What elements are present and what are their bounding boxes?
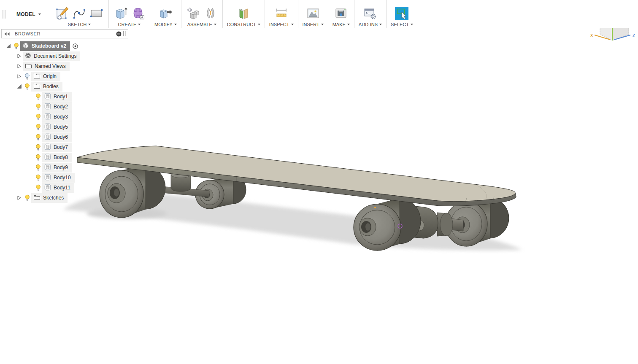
browser-node-origin: Origin (1, 71, 128, 81)
node-label-strip[interactable]: Skateboard v2 (20, 41, 70, 51)
visibility-bulb-on-icon[interactable] (34, 184, 42, 191)
node-label-strip[interactable]: Origin (31, 72, 60, 81)
toolbar-group-icons (158, 0, 173, 21)
new-component-icon[interactable] (186, 5, 201, 21)
toolbar-group-icons (305, 0, 321, 21)
node-label-strip[interactable]: Sketches (31, 193, 68, 203)
toolbar-group-label: INSPECT (269, 22, 289, 27)
body-icon (44, 154, 51, 162)
toolbar-group-menu-make[interactable]: MAKE (333, 21, 350, 28)
toolbar-group-label: MAKE (333, 22, 346, 27)
expander-expanded-icon[interactable] (5, 43, 12, 49)
node-label: Sketches (43, 195, 64, 201)
joint-icon[interactable] (203, 5, 218, 21)
node-label-strip[interactable]: Body8 (42, 153, 72, 162)
toolbar-group-label: INSERT (303, 22, 319, 27)
visibility-bulb-on-icon[interactable] (12, 43, 20, 50)
body-icon (44, 103, 51, 111)
node-label: Skateboard v2 (32, 43, 66, 49)
attached-canvas-icon[interactable] (305, 5, 321, 21)
minimize-panel-icon[interactable] (116, 31, 122, 37)
node-label-strip[interactable]: Document Settings (23, 51, 80, 61)
node-label-strip[interactable]: Body9 (42, 163, 72, 173)
create-sketch-icon[interactable] (54, 5, 70, 21)
node-label-strip[interactable]: Body5 (42, 122, 72, 132)
node-label-strip[interactable]: Body2 (42, 102, 72, 112)
activate-component-radio-icon[interactable] (72, 43, 78, 49)
expander-collapsed-icon[interactable] (16, 64, 23, 69)
toolbar-group-icons (113, 0, 146, 21)
browser-node-body7: Body7 (1, 142, 128, 152)
expander-collapsed-icon[interactable] (16, 74, 23, 79)
toolbar-group-label: SKETCH (68, 22, 87, 27)
panel-drag-grip[interactable] (123, 31, 126, 36)
node-label-strip[interactable]: Body7 (42, 143, 72, 152)
visibility-bulb-on-icon[interactable] (34, 93, 42, 100)
toolbar-group-menu-select[interactable]: SELECT (391, 21, 413, 28)
press-pull-icon[interactable] (158, 5, 173, 21)
node-label-strip[interactable]: Body11 (42, 183, 74, 193)
construct-plane-icon[interactable] (236, 5, 251, 21)
collapse-panel-icon[interactable] (4, 32, 10, 36)
node-label-strip[interactable]: Body3 (42, 112, 72, 122)
visibility-bulb-on-icon[interactable] (34, 113, 42, 121)
visibility-bulb-on-icon[interactable] (34, 174, 42, 181)
expander-collapsed-icon[interactable] (16, 195, 23, 200)
visibility-bulb-on-icon[interactable] (34, 134, 42, 141)
visibility-bulb-on-icon[interactable] (34, 154, 42, 161)
node-label-strip[interactable]: Body6 (42, 132, 72, 142)
body-icon (44, 164, 51, 172)
browser-node-named-views: Named Views (1, 61, 128, 71)
chevron-down-icon (258, 24, 260, 25)
toolbar-group-icons (186, 0, 218, 21)
node-label-strip[interactable]: Body1 (42, 92, 72, 102)
expander-expanded-icon[interactable] (16, 84, 23, 89)
node-label: Body11 (54, 185, 70, 191)
browser-node-body10: Body10 (1, 173, 128, 183)
node-label-strip[interactable]: Named Views (23, 62, 70, 71)
toolbar-group-modify: MODIFY (150, 0, 181, 28)
three-d-print-icon[interactable] (333, 5, 349, 21)
node-label: Named Views (35, 63, 66, 69)
toolbar-group-add-ins: ADD-INS (354, 0, 387, 28)
expander-collapsed-icon[interactable] (16, 54, 23, 59)
toolbar-group-icons (274, 0, 289, 21)
node-label: Body10 (54, 175, 71, 181)
visibility-bulb-on-icon[interactable] (23, 194, 31, 202)
visibility-bulb-on-icon[interactable] (34, 124, 42, 131)
toolbar-group-icons (54, 0, 104, 21)
extrude-icon[interactable] (113, 5, 128, 21)
visibility-bulb-on-icon[interactable] (23, 83, 31, 90)
toolbar-group-create: CREATE (109, 0, 150, 28)
scripts-and-addins-icon[interactable] (362, 5, 378, 21)
toolbar-group-label: SELECT (391, 22, 409, 27)
toolbar-group-menu-construct[interactable]: CONSTRUCT (227, 21, 260, 28)
measure-icon[interactable] (274, 5, 289, 21)
folder-icon (33, 83, 41, 90)
toolbar-group-menu-inspect[interactable]: INSPECT (269, 21, 294, 28)
visibility-bulb-off-icon[interactable] (23, 73, 31, 80)
chevron-down-icon (347, 24, 350, 25)
node-label-strip[interactable]: Body10 (42, 173, 75, 183)
form-icon[interactable] (130, 5, 146, 21)
select-window-icon[interactable] (394, 5, 409, 21)
visibility-bulb-on-icon[interactable] (34, 164, 42, 171)
component-icon (22, 42, 29, 50)
workspace-switcher[interactable]: MODEL (8, 0, 50, 28)
toolbar-grip-handle[interactable] (0, 0, 8, 28)
toolbar-group-menu-add-ins[interactable]: ADD-INS (359, 21, 382, 28)
settings-icon (25, 52, 31, 60)
node-label-strip[interactable]: Bodies (31, 82, 62, 92)
folder-icon (33, 194, 41, 202)
toolbar-group-menu-create[interactable]: CREATE (118, 21, 141, 28)
visibility-bulb-on-icon[interactable] (34, 144, 42, 151)
spline-icon[interactable] (72, 5, 87, 21)
toolbar-group-menu-modify[interactable]: MODIFY (154, 21, 177, 28)
body-icon (44, 123, 51, 131)
browser-title: BROWSER (15, 31, 116, 36)
toolbar-group-menu-insert[interactable]: INSERT (303, 21, 324, 28)
toolbar-group-menu-assemble[interactable]: ASSEMBLE (187, 21, 216, 28)
toolbar-group-menu-sketch[interactable]: SKETCH (68, 21, 91, 28)
visibility-bulb-on-icon[interactable] (34, 103, 42, 111)
rectangle-icon[interactable] (89, 5, 104, 21)
